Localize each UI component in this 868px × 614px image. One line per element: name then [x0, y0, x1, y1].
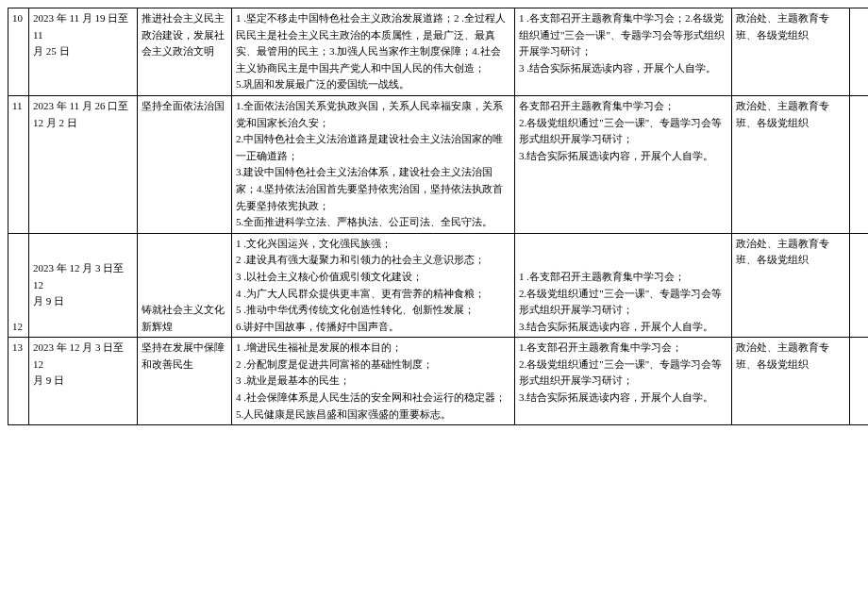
table-row: 10 2023 年 11 月 19 日至11月 25 日 推进社会主义民主政治建… — [8, 8, 869, 96]
table-row: 11 2023 年 11 月 26 口至12 月 2 日 坚持全面依法治国 1.… — [8, 95, 869, 233]
row-topic: 坚持全面依法治国 — [138, 95, 232, 233]
row-number: 11 — [8, 95, 29, 233]
row-method: 各支部召开主题教育集中学习会；2.各级党组织通过"三会一课"、专题学习会等形式组… — [515, 95, 732, 233]
table-row: 13 2023 年 12 月 3 日至12月 9 日 坚持在发展中保障和改善民生… — [8, 338, 869, 425]
row-content: 1.全面依法治国关系党执政兴国，关系人民幸福安康，关系党和国家长治久安；2.中国… — [232, 95, 515, 233]
row-empty — [850, 233, 869, 338]
row-number: 12 — [8, 233, 29, 338]
row-resp: 政治处、主题教育专班、各级党组织 — [732, 233, 850, 338]
row-topic: 铸就社会主义文化新辉煌 — [138, 233, 232, 338]
row-method: 1.各支部召开主题教育集中学习会；2.各级党组织通过"三会一课"、专题学习会等形… — [515, 338, 732, 425]
row-number: 13 — [8, 338, 29, 425]
row-date: 2023 年 12 月 3 日至12月 9 日 — [29, 233, 138, 338]
row-empty — [850, 8, 869, 96]
row-empty — [850, 95, 869, 233]
row-date: 2023 年 11 月 19 日至11月 25 日 — [29, 8, 138, 96]
row-content: 1 .增进民生福祉是发展的根本目的；2 .分配制度是促进共同富裕的基础性制度；3… — [232, 338, 515, 425]
row-date: 2023 年 12 月 3 日至12月 9 日 — [29, 338, 138, 425]
row-number: 10 — [8, 8, 29, 96]
row-topic: 坚持在发展中保障和改善民生 — [138, 338, 232, 425]
schedule-table: 10 2023 年 11 月 19 日至11月 25 日 推进社会主义民主政治建… — [8, 8, 868, 425]
row-content: 1 .文化兴国运兴，文化强民族强；2 .建设具有强大凝聚力和引领力的社会主义意识… — [232, 233, 515, 338]
row-resp: 政治处、主题教育专班、各级党组织 — [732, 95, 850, 233]
row-topic: 推进社会主义民主政治建设，发展社会主义政治文明 — [138, 8, 232, 96]
row-resp: 政治处、主题教育专班、各级党组织 — [732, 8, 850, 96]
row-resp: 政治处、主题教育专班、各级党组织 — [732, 338, 850, 425]
row-empty — [850, 338, 869, 425]
row-method: 1 .各支部召开主题教育集中学习会；2.各级党组织通过"三会一课"、专题学习会等… — [515, 233, 732, 338]
row-content: 1 .坚定不移走中国特色社会主义政治发展道路；2 .全过程人民民主是社会主义民主… — [232, 8, 515, 96]
table-row: 12 2023 年 12 月 3 日至12月 9 日 铸就社会主义文化新辉煌 1… — [8, 233, 869, 338]
row-date: 2023 年 11 月 26 口至12 月 2 日 — [29, 95, 138, 233]
row-method: 1 .各支部召开主题教育集中学习会；2.各级党组织通过"三会一课"、专题学习会等… — [515, 8, 732, 96]
